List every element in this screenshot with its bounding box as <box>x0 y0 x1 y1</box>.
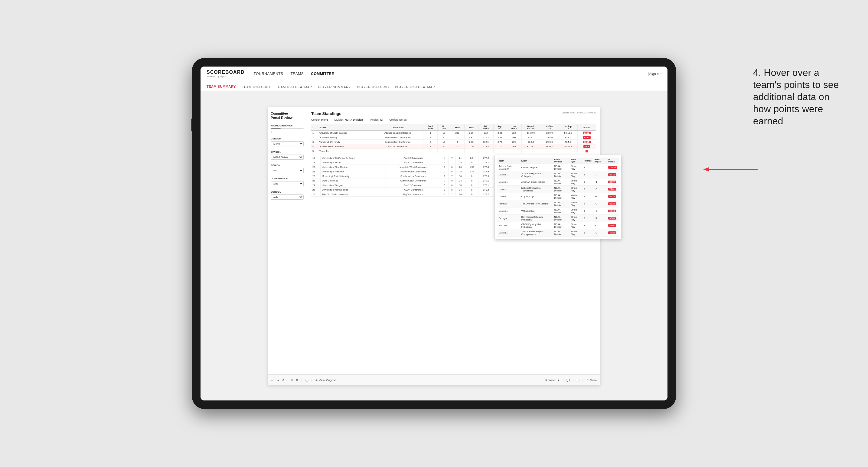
popup-th-event-div: Event Division <box>553 158 569 164</box>
cell-avg-sg <box>493 149 506 153</box>
popup-cell-team: East Tec <box>497 222 520 229</box>
cell-avg-sg: 2.73 <box>493 140 506 144</box>
cell-bnds: 262 <box>450 131 465 135</box>
copy-button[interactable]: ⎘ <box>291 379 293 382</box>
reset-button[interactable]: ↺ <box>282 379 285 382</box>
nav-tournaments[interactable]: TOURNAMENTS <box>254 70 283 77</box>
nav-committee[interactable]: COMMITTEE <box>311 70 334 77</box>
cell-school: University of New Mexico <box>320 165 385 169</box>
standings-table: # School Conference ConfRank NoTour Bnds… <box>311 124 596 153</box>
sub-nav-team-summary[interactable]: TEAM SUMMARY <box>207 85 236 91</box>
cell-conference: Pac-12 Conference <box>372 144 424 149</box>
gender-select[interactable]: Men's <box>271 141 304 146</box>
popup-cell-rounds: 3 <box>582 171 593 179</box>
school-select[interactable]: (All) <box>271 194 304 199</box>
cell-school: Mississippi State University <box>320 174 385 179</box>
share-label: Share <box>589 379 597 382</box>
popup-cell-event-div: NCAA Division I <box>553 229 569 237</box>
filter-conference-label: Conference <box>271 177 304 180</box>
cell-conf-rank: 1 <box>441 192 448 196</box>
redo-button[interactable]: ↪ <box>277 379 279 382</box>
cell-adj-score: 277.8 <box>478 165 494 169</box>
settings-button[interactable]: ⚙ <box>296 379 298 382</box>
slider-bar[interactable] <box>271 128 304 129</box>
cell-school: Duke University <box>320 179 385 183</box>
th-bnds: Bnds <box>450 124 465 131</box>
view-icon: 👁 <box>315 379 318 382</box>
comment-button[interactable]: 💬 <box>566 379 570 382</box>
cell-conference: Atlantic Coast Conference <box>372 131 424 135</box>
division-select[interactable]: NCAA Division I <box>271 155 304 160</box>
clock-button[interactable]: 🕐 <box>305 379 309 382</box>
cell-no-tour: 8 <box>448 179 456 183</box>
cell-conference: Southeastern Conference <box>385 174 441 179</box>
cell-wins: 0 <box>465 183 478 188</box>
popup-cell-event: OFCC Fighting Illini Invitational <box>520 222 553 229</box>
cell-vs-top50: 50-10-0 <box>559 131 578 135</box>
cell-points[interactable]: 90.25 <box>577 140 596 144</box>
footer-sep4: | <box>563 379 563 382</box>
sub-nav-player-h2h-grid[interactable]: PLAYER H2H GRID <box>357 85 389 91</box>
cell-no-tour: 10 <box>437 131 450 135</box>
cell-adj-score: 277.2 <box>478 156 494 160</box>
cell-low-score <box>506 149 521 153</box>
conference-select[interactable]: (All) <box>271 181 304 186</box>
popup-cell-type: Stroke Play <box>569 179 582 186</box>
cell-vs-top50 <box>559 149 578 153</box>
table-row[interactable]: 2 Auburn University Southeastern Confere… <box>311 135 596 140</box>
cell-bnds: 18 <box>456 183 465 188</box>
slider-container <box>271 128 304 129</box>
sign-out-button[interactable]: Sign out <box>649 72 661 75</box>
cell-avg-sg: 2.86 <box>493 131 506 135</box>
cell-no-tour: 7 <box>448 160 456 165</box>
cell-wins: 0 <box>465 188 478 192</box>
popup-cell-rank-impact: +1 <box>593 179 600 186</box>
undo-button[interactable]: ↩ <box>271 379 274 382</box>
filter-division-label: Division <box>271 151 304 153</box>
popup-cell-rounds: 3 <box>582 164 593 171</box>
cell-school: Arizona State University <box>318 144 372 149</box>
footer-sep1: | <box>288 379 288 382</box>
cell-rank: 25 <box>311 188 320 192</box>
cell-conf-rank: 1 <box>441 165 448 169</box>
sub-nav-player-summary[interactable]: PLAYER SUMMARY <box>318 85 351 91</box>
cell-points[interactable]: 97.02 <box>577 131 596 135</box>
cell-overall-record: 67-10-0 <box>521 131 540 135</box>
filter-school: School (All) <box>271 191 304 199</box>
nav-teams[interactable]: TEAMS <box>291 70 304 77</box>
cell-no-tour: 6 <box>448 169 456 174</box>
cell-points[interactable]: 79.5 <box>577 144 596 149</box>
cell-school: Vanderbilt University <box>318 140 372 144</box>
table-row[interactable]: 1 University of North Carolina Atlantic … <box>311 131 596 135</box>
fullscreen-button[interactable]: ⛶ <box>577 379 580 382</box>
filter-division-display: Division: NCAA Division I <box>335 118 365 121</box>
region-select[interactable]: N/A <box>271 168 304 173</box>
annotation-box: 4. Hover over a team's points to see add… <box>753 66 850 127</box>
cell-rank: 18 <box>311 156 320 160</box>
cell-low-score: 262 <box>506 131 521 135</box>
cell-conference: Southeastern Conference <box>372 135 424 140</box>
watch-button[interactable]: 👁 Watch ▼ <box>545 379 560 382</box>
popup-cell-event: The Cypress Point Classic <box>520 200 553 208</box>
popup-cell-rounds: 3 <box>582 179 593 186</box>
sub-nav-player-h2h-heatmap[interactable]: PLAYER H2H HEATMAP <box>395 85 435 91</box>
table-row[interactable]: 3 Vanderbilt University Southeastern Con… <box>311 140 596 144</box>
table-row[interactable]: 5 Texas T... <box>311 149 596 153</box>
sub-nav-team-h2h-grid[interactable]: TEAM H2H GRID <box>242 85 270 91</box>
table-row[interactable]: 4 Arizona State University Pac-12 Confer… <box>311 144 596 149</box>
popup-cell-rank-impact: +0 <box>593 208 600 215</box>
cell-points[interactable] <box>577 149 596 153</box>
popup-table-row: Florida I The Cypress Point Classic NCAA… <box>497 200 600 208</box>
popup-cell-rank-impact: +0 <box>593 229 600 237</box>
share-button[interactable]: ↗ Share <box>586 379 597 382</box>
sub-nav-team-h2h-heatmap[interactable]: TEAM H2H HEATMAP <box>276 85 312 91</box>
cell-points[interactable]: 93.31 <box>577 135 596 140</box>
view-original-button[interactable]: 👁 View: Original <box>315 379 335 382</box>
cell-no-tour: 7 <box>448 156 456 160</box>
th-rank: # <box>311 124 318 131</box>
popup-cell-team: Univers... <box>497 186 520 193</box>
filter-division: Division NCAA Division I <box>271 151 304 160</box>
cell-bnds: 21 <box>456 156 465 160</box>
popup-table-row: Arizona State University Cabo Collegiate… <box>497 164 600 171</box>
cell-school: University of Oregon <box>320 183 385 188</box>
